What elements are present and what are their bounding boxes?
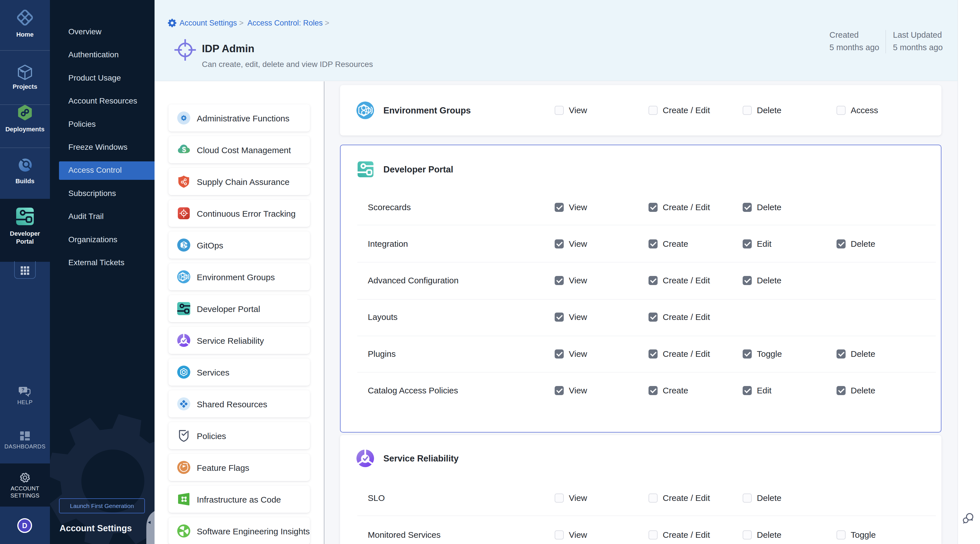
svg-text:$: $ bbox=[182, 145, 186, 154]
svg-text:?: ? bbox=[22, 387, 24, 393]
